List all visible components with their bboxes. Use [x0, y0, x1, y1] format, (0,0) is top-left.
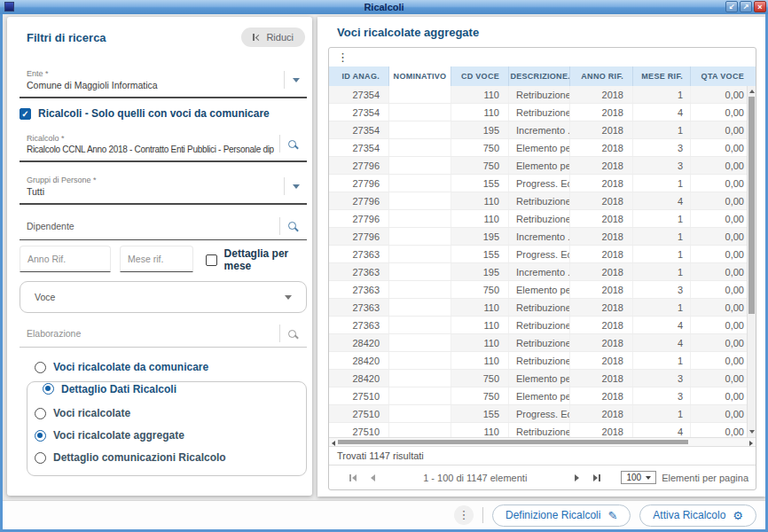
- table-cell: 1: [633, 86, 691, 103]
- table-cell: 27510: [329, 423, 389, 437]
- checkbox-icon[interactable]: [20, 108, 31, 120]
- chevron-down-icon[interactable]: [285, 295, 292, 300]
- table-cell: 4: [633, 423, 691, 437]
- horizontal-scrollbar[interactable]: [329, 437, 756, 447]
- table-cell: 0,00: [691, 175, 748, 192]
- table-cell: 750: [451, 157, 509, 174]
- radio-voci-ricalcolate[interactable]: Voci ricalcolate: [35, 406, 299, 420]
- next-page-button[interactable]: [575, 474, 579, 481]
- table-cell: Elemento pe...: [509, 387, 570, 404]
- radio-icon[interactable]: [35, 408, 46, 419]
- radio-icon[interactable]: [43, 383, 54, 395]
- table-row[interactable]: 27363750Elemento pe...201830,00: [329, 281, 748, 299]
- table-row[interactable]: 28420110Retribuzione...201840,00: [329, 334, 748, 352]
- elaborazione-field[interactable]: Elaborazione: [20, 322, 307, 348]
- dipendente-field[interactable]: Dipendente: [20, 214, 307, 240]
- restore-window-button[interactable]: ↙: [725, 1, 738, 12]
- table-row[interactable]: 27363155Progress. Ec...201810,00: [329, 246, 748, 263]
- radio-icon[interactable]: [35, 430, 46, 442]
- table-row[interactable]: 27363110Retribuzione...201840,00: [329, 317, 748, 334]
- maximize-window-button[interactable]: ↗: [740, 1, 752, 12]
- chevron-down-icon[interactable]: [293, 184, 300, 189]
- filters-panel: Filtri di ricerca Riduci Ente * Comune d…: [7, 17, 312, 496]
- radio-icon[interactable]: [35, 362, 46, 373]
- dettaglio-dati-fieldset: Dettaglio Dati Ricalcoli Voci ricalcolat…: [27, 381, 307, 476]
- scroll-left-icon[interactable]: [332, 441, 335, 446]
- first-page-button[interactable]: [349, 474, 357, 481]
- table-row[interactable]: 27796155Progress. Ec...201810,00: [329, 175, 748, 192]
- table-cell: 0,00: [691, 299, 748, 316]
- dettaglia-checkbox-row[interactable]: Dettaglia per mese: [206, 247, 307, 272]
- vertical-scroll-thumb[interactable]: [748, 97, 755, 314]
- ricalcolo-field[interactable]: Ricalcolo * Ricalcolo CCNL Anno 2018 - C…: [20, 129, 307, 162]
- definizione-label: Definizione Ricalcoli: [505, 509, 600, 521]
- table-cell: Retribuzione...: [509, 352, 570, 369]
- table-row[interactable]: 27354195Incremento ...201810,00: [329, 121, 748, 139]
- radio-voci-ricalcolate-da-comunicare[interactable]: Voci ricalcolate da comunicare: [35, 360, 307, 374]
- table-cell: Progress. Ec...: [509, 405, 570, 422]
- radio-dettaglio-dati-ricalcoli[interactable]: Dettaglio Dati Ricalcoli: [43, 382, 184, 396]
- collapse-filters-button[interactable]: Riduci: [241, 27, 305, 47]
- column-header-cd-voce[interactable]: CD VOCE: [451, 66, 509, 86]
- vertical-scrollbar[interactable]: [747, 86, 756, 437]
- column-header-anno-rif[interactable]: ANNO RIF.: [570, 66, 633, 86]
- table-row[interactable]: 27354110Retribuzione...201840,00: [329, 104, 748, 121]
- column-header-nominativo[interactable]: NOMINATIVO: [389, 66, 451, 86]
- search-icon[interactable]: [288, 222, 296, 230]
- gruppi-field[interactable]: Gruppi di Persone * Tutti: [20, 171, 307, 205]
- checkbox-icon[interactable]: [206, 254, 217, 266]
- horizontal-scroll-thumb[interactable]: [338, 440, 688, 444]
- table-cell: 2018: [570, 299, 633, 316]
- table-cell: 0,00: [691, 352, 748, 369]
- table-row[interactable]: 27796110Retribuzione...201810,00: [329, 210, 748, 228]
- table-row[interactable]: 27796750Elemento pe...201830,00: [329, 157, 748, 175]
- table-row[interactable]: 28420110Retribuzione...201810,00: [329, 352, 748, 370]
- mese-rif-field[interactable]: Mese rif.: [120, 246, 193, 272]
- search-icon[interactable]: [288, 140, 296, 148]
- ricalcoli-checkbox-row[interactable]: Ricalcoli - Solo quelli con voci da comu…: [20, 107, 307, 120]
- last-page-button[interactable]: [593, 474, 600, 481]
- scroll-up-icon[interactable]: [749, 90, 755, 93]
- chevron-down-icon[interactable]: [293, 78, 300, 82]
- attiva-ricalcolo-button[interactable]: Attiva Ricalcolo ⚙: [639, 505, 756, 527]
- column-header-id-anag[interactable]: ID ANAG.: [329, 66, 389, 86]
- table-cell: 2018: [570, 370, 633, 387]
- page-size-select[interactable]: 100: [621, 471, 656, 484]
- table-cell: 2018: [570, 263, 633, 280]
- previous-page-button[interactable]: [371, 474, 375, 481]
- table-row[interactable]: 27510155Progress. Ec...201810,00: [329, 405, 748, 423]
- window-titlebar[interactable]: Ricalcoli ↙ ↗ ×: [0, 0, 768, 14]
- table-menu-button[interactable]: ⋮: [337, 51, 349, 63]
- definizione-ricalcoli-button[interactable]: Definizione Ricalcoli ✎: [492, 505, 631, 527]
- more-actions-button[interactable]: ⋮: [454, 505, 474, 525]
- table-row[interactable]: 27510110Retribuzione...201840,00: [329, 423, 748, 437]
- search-icon[interactable]: [288, 330, 296, 338]
- radio-icon[interactable]: [35, 452, 46, 464]
- scroll-right-icon[interactable]: [749, 441, 753, 446]
- table-cell: 1: [633, 405, 691, 422]
- table-cell: 1: [633, 228, 691, 245]
- voce-placeholder: Voce: [35, 292, 55, 302]
- table-cell: 750: [451, 370, 509, 387]
- anno-rif-field[interactable]: Anno Rif.: [20, 246, 111, 272]
- table-row[interactable]: 27510750Elemento pe...201830,00: [329, 387, 748, 405]
- table-row[interactable]: 28420750Elemento pe...201830,00: [329, 370, 748, 387]
- radio-dettaglio-comunicazioni[interactable]: Dettaglio comunicazioni Ricalcolo: [35, 450, 299, 465]
- column-header-qta-voce[interactable]: QTA VOCE: [691, 66, 748, 86]
- column-header-mese-rif[interactable]: MESE RIF.: [633, 66, 691, 86]
- table-row[interactable]: 27354750Elemento pe...201830,00: [329, 139, 748, 157]
- table-cell: 3: [633, 157, 691, 174]
- table-row[interactable]: 27796195Incremento ...201810,00: [329, 228, 748, 246]
- table-row[interactable]: 27354110Retribuzione...201810,00: [329, 86, 748, 104]
- table-row[interactable]: 27796110Retribuzione...201840,00: [329, 192, 748, 210]
- radio-voci-ricalcolate-aggregate[interactable]: Voci ricalcolate aggregate: [35, 428, 299, 442]
- voce-select[interactable]: Voce: [20, 281, 307, 313]
- column-header-descrizione[interactable]: DESCRIZIONE...: [509, 66, 570, 86]
- close-window-button[interactable]: ×: [754, 1, 766, 12]
- ente-field[interactable]: Ente * Comune di Maggioli Informatica: [20, 65, 307, 98]
- table-row[interactable]: 27363195Incremento ...201810,00: [329, 263, 748, 281]
- table-cell: 0,00: [691, 334, 748, 351]
- scroll-down-icon[interactable]: [749, 430, 755, 434]
- table-cell: 2018: [570, 281, 633, 298]
- table-row[interactable]: 27363110Retribuzione...201810,00: [329, 299, 748, 317]
